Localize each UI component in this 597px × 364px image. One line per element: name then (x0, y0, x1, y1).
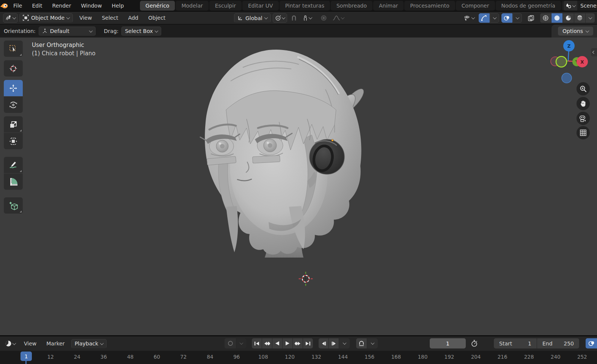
show-gizmos-dropdown[interactable] (490, 13, 499, 23)
chevron-down-icon (13, 341, 16, 345)
annotate-tool[interactable] (4, 157, 23, 173)
playback-dropdown[interactable]: Playback (71, 339, 107, 348)
auto-key-toggle[interactable] (225, 338, 236, 348)
sidebar-collapse-button[interactable] (591, 48, 597, 56)
sculpt-head-model[interactable] (190, 45, 372, 258)
prev-frame-button[interactable] (319, 338, 328, 348)
axis-gizmo[interactable]: Y X Z (547, 39, 592, 85)
pan-hand-icon (580, 100, 587, 107)
scale-icon (9, 120, 18, 129)
shading-dropdown[interactable] (586, 13, 595, 23)
show-overlays-toggle[interactable] (501, 13, 512, 23)
shading-solid-button[interactable] (551, 13, 562, 23)
scene-selector[interactable]: Scene (564, 1, 597, 11)
editor-type-button[interactable] (3, 13, 18, 23)
topbar-menu-item[interactable]: Window (76, 1, 107, 11)
axis-minus-z-ball[interactable] (562, 73, 572, 83)
camera-view-button[interactable] (577, 112, 590, 125)
topbar-menu-item[interactable]: Render (47, 1, 76, 11)
cursor-tool[interactable] (4, 60, 23, 77)
snap-target-button[interactable] (301, 13, 314, 23)
zoom-view-button[interactable] (577, 82, 590, 95)
prev-keyframe-button[interactable] (262, 338, 272, 348)
topbar-menu-item[interactable]: Help (107, 1, 129, 11)
workspace-tab[interactable]: Sombreado (331, 1, 372, 11)
viewport-3d[interactable]: User Orthographic (1) Chica robot | Plan… (0, 37, 597, 335)
falloff-curve-button[interactable] (331, 13, 346, 23)
timeline-overlays-toggle[interactable] (586, 338, 597, 348)
measure-tool[interactable] (4, 173, 23, 190)
playhead[interactable]: 1 (20, 352, 32, 361)
workspace-tab[interactable]: Esculpir (209, 1, 242, 11)
shading-material-icon (565, 15, 572, 21)
ruler-frame-label: 180 (418, 354, 427, 360)
jump-to-end-button[interactable] (303, 338, 313, 348)
rotate-tool[interactable] (4, 97, 23, 113)
orientation-default-dropdown[interactable]: Default (39, 27, 96, 36)
orientation-dropdown[interactable]: Global (234, 13, 271, 23)
show-overlays-dropdown[interactable] (513, 13, 522, 23)
orientation-setting-label: Orientation: (4, 28, 36, 34)
play-button[interactable] (283, 338, 292, 348)
current-frame-field[interactable]: 1 (430, 338, 466, 348)
jump-start-icon (254, 341, 259, 346)
scale-tool[interactable] (4, 116, 23, 133)
prev-frame-icon (321, 341, 326, 346)
frame-start-field[interactable]: Start 1 (494, 338, 537, 348)
drag-mode-dropdown[interactable]: Select Box (121, 27, 161, 36)
shading-material-button[interactable] (563, 13, 574, 23)
transform-tool[interactable] (4, 133, 23, 149)
timeline-menu-item[interactable]: Marker (41, 339, 69, 348)
blender-logo-icon[interactable] (0, 0, 8, 11)
axis-minus-y-ball[interactable] (556, 56, 567, 67)
workspace-tab[interactable]: Pintar texturas (280, 1, 330, 11)
workspace-tab[interactable]: Procesamiento (404, 1, 455, 11)
shading-rendered-button[interactable] (574, 13, 585, 23)
timeline-menu-item[interactable]: View (19, 339, 41, 348)
topbar-menu-item[interactable]: File (8, 1, 27, 11)
workspace-tab[interactable]: Genérico (140, 1, 175, 11)
options-dropdown[interactable]: Options (558, 27, 593, 36)
workspace-tab[interactable]: Modelar (176, 1, 208, 11)
ruler-frame-label: 120 (285, 354, 295, 360)
viewport-menu-item[interactable]: Select (97, 13, 123, 23)
xray-toggle[interactable] (526, 13, 536, 23)
next-frame-button[interactable] (329, 338, 339, 348)
shading-wireframe-button[interactable] (540, 13, 551, 23)
frame-jump-dropdown[interactable] (339, 338, 350, 348)
snap-toggle-button[interactable] (289, 13, 299, 23)
add-cube-tool[interactable] (4, 197, 23, 214)
mode-dropdown[interactable]: Object Mode (19, 13, 73, 23)
workspace-tab[interactable]: Componer (456, 1, 495, 11)
show-gizmos-toggle[interactable] (479, 13, 490, 23)
timeline-ruler[interactable]: 1224364860728496108120132144156168180192… (0, 351, 597, 364)
next-keyframe-button[interactable] (293, 338, 303, 348)
stopwatch-icon (471, 340, 478, 347)
viewport-menu-item[interactable]: View (74, 13, 97, 23)
scene-icon[interactable] (564, 1, 577, 11)
use-preview-range-button[interactable] (469, 339, 480, 348)
toggle-ortho-button[interactable] (577, 126, 590, 139)
preview-range-toggle[interactable] (356, 338, 367, 348)
preview-range-dropdown[interactable] (367, 338, 378, 348)
topbar-menu-item[interactable]: Edit (27, 1, 47, 11)
transform-icon (9, 137, 18, 146)
tweak-select-tool[interactable] (4, 41, 23, 57)
viewport-menu-item[interactable]: Object (143, 13, 171, 23)
viewport-menu-item[interactable]: Add (123, 13, 143, 23)
frame-end-field[interactable]: End 250 (537, 338, 579, 348)
move-tool[interactable] (4, 80, 23, 96)
jump-to-start-button[interactable] (252, 338, 262, 348)
pivot-point-button[interactable] (273, 13, 287, 23)
object-origin-dot[interactable] (331, 139, 333, 141)
object-visibility-button[interactable] (461, 13, 476, 23)
pan-view-button[interactable] (577, 97, 590, 110)
proportional-editing-button[interactable] (319, 13, 329, 23)
workspace-tab[interactable]: Animar (373, 1, 404, 11)
workspace-tab[interactable]: Nodos de geometría (496, 1, 561, 11)
timeline-editor-type-button[interactable] (3, 339, 17, 348)
play-reverse-button[interactable] (272, 338, 282, 348)
workspace-tab[interactable]: Editar UV (242, 1, 279, 11)
play-reverse-icon (275, 341, 280, 346)
keying-set-dropdown[interactable] (236, 338, 246, 348)
